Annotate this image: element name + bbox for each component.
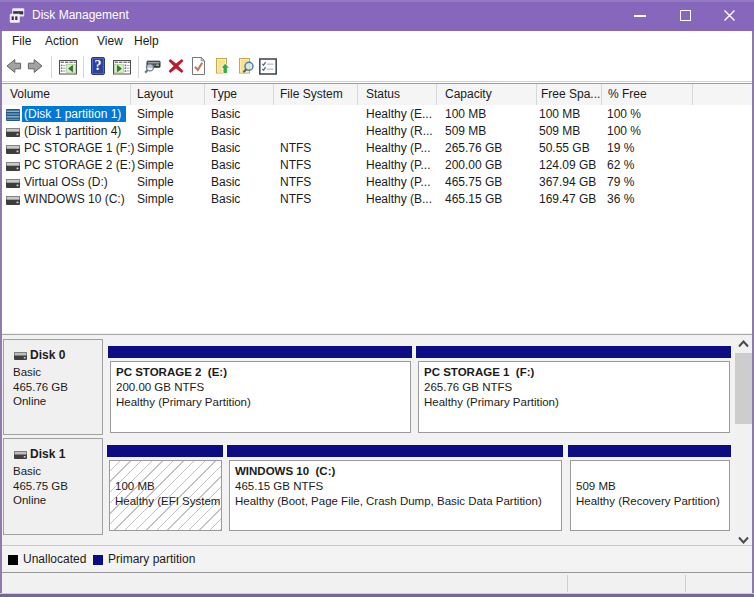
svg-text:?: ? [95,58,102,73]
